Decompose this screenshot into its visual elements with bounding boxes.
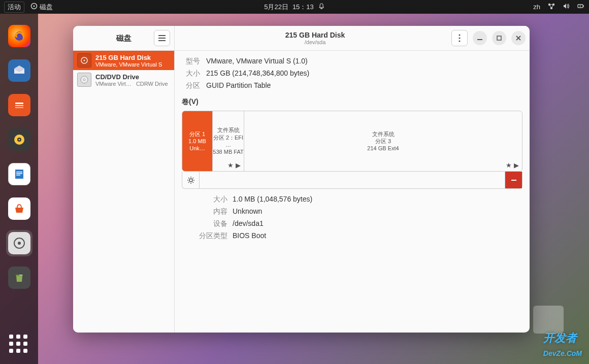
partitioning-label: 分区 [182, 81, 200, 90]
maximize-button[interactable] [492, 31, 506, 45]
app-indicator[interactable]: 磁盘 [30, 3, 53, 12]
svg-point-28 [459, 34, 460, 36]
desktop-home-folder[interactable] [533, 306, 564, 334]
time-label: 15：13 [292, 3, 314, 12]
dock-files[interactable] [6, 92, 32, 118]
clock[interactable]: 5月22日 15：13 [264, 3, 325, 12]
detail-device-value: /dev/sda1 [233, 219, 522, 228]
svg-rect-14 [15, 170, 23, 179]
window-title: 215 GB Hard Disk [179, 31, 451, 39]
watermark: 开发者 DevZe.CoM [543, 330, 582, 359]
svg-line-40 [188, 182, 189, 183]
svg-rect-42 [511, 180, 516, 181]
size-label: 大小 [182, 69, 200, 78]
drive-subtitle: VMware, VMware Virtual S [95, 61, 170, 68]
dock-firefox[interactable] [6, 23, 32, 49]
svg-rect-21 [158, 35, 166, 36]
notification-icon [318, 3, 325, 11]
star-icon: ★ [506, 161, 512, 169]
dock-thunderbird[interactable] [6, 57, 32, 84]
partition-label: 分区 1 [189, 130, 205, 138]
dock-software[interactable] [6, 195, 32, 222]
partition-size: 214 GB Ext4 [367, 145, 399, 152]
svg-rect-15 [16, 172, 22, 173]
header-bar: 215 GB Hard Disk /dev/sda [175, 26, 530, 51]
size-value: 215 GB (214,748,364,800 bytes) [206, 69, 522, 78]
detail-device-label: 设备 [191, 219, 227, 228]
detail-size-value: 1.0 MB (1,048,576 bytes) [233, 195, 522, 204]
svg-point-33 [189, 179, 192, 182]
svg-point-13 [18, 139, 20, 141]
dock [0, 14, 38, 364]
drive-hard-disk[interactable]: 215 GB Hard Disk VMware, VMware Virtual … [73, 51, 174, 70]
svg-rect-9 [15, 105, 23, 106]
star-icon: ★ [227, 161, 234, 169]
content: 型号 VMware, VMware Virtual S (1.0) 大小 215… [175, 51, 530, 333]
partition-3[interactable]: 文件系统 分区 3 214 GB Ext4 ★ ▶ [244, 111, 522, 171]
drive-name: CD/DVD Drive [95, 73, 170, 81]
partitioning-value: GUID Partition Table [206, 81, 522, 90]
detail-size-label: 大小 [191, 195, 227, 204]
svg-point-1 [34, 6, 35, 7]
network-icon[interactable] [547, 3, 555, 11]
app-indicator-label: 磁盘 [40, 3, 53, 12]
input-method-indicator[interactable]: zh [533, 3, 540, 11]
partition-map: 分区 1 1.0 MB Unk… 文件系统 分区 2：EFI … 538 MB … [182, 111, 522, 172]
drive-menu-button[interactable] [451, 30, 468, 46]
svg-rect-8 [15, 103, 23, 104]
hamburger-menu-button[interactable] [154, 30, 170, 46]
dock-show-applications[interactable] [9, 335, 29, 355]
svg-point-19 [18, 242, 21, 245]
delete-partition-button[interactable] [505, 172, 522, 188]
close-button[interactable] [511, 31, 526, 45]
svg-point-30 [459, 40, 460, 42]
battery-icon[interactable] [577, 3, 585, 11]
volume-toolbar [182, 172, 522, 189]
svg-rect-31 [477, 39, 482, 40]
svg-rect-16 [16, 173, 22, 174]
hard-disk-icon [77, 53, 91, 68]
sidebar-title: 磁盘 [116, 34, 132, 43]
volume-settings-button[interactable] [182, 172, 200, 188]
dock-libreoffice-writer[interactable] [6, 161, 32, 187]
play-icon: ▶ [514, 161, 519, 169]
sidebar-header: 磁盘 [73, 26, 174, 51]
date-label: 5月22日 [264, 3, 288, 12]
detail-content-label: 内容 [191, 207, 227, 216]
disks-window: 磁盘 215 GB Hard Disk VMware, VMware Virtu… [73, 26, 530, 333]
svg-line-38 [188, 178, 189, 179]
dock-trash[interactable] [6, 264, 32, 291]
window-subtitle: /dev/sda [179, 39, 451, 45]
play-icon: ▶ [236, 161, 241, 169]
model-value: VMware, VMware Virtual S (1.0) [206, 57, 522, 66]
detail-content-value: Unknown [233, 207, 522, 216]
svg-point-25 [84, 60, 85, 61]
svg-rect-32 [497, 36, 501, 40]
partition-fs: 文件系统 [372, 130, 395, 138]
minimize-button[interactable] [473, 31, 487, 45]
partition-1[interactable]: 分区 1 1.0 MB Unk… [182, 111, 213, 171]
drive-list: 215 GB Hard Disk VMware, VMware Virtual … [73, 51, 174, 89]
svg-rect-6 [583, 6, 584, 7]
partition-label: 分区 3 [375, 138, 391, 145]
top-bar: 活动 磁盘 5月22日 15：13 zh [0, 0, 589, 14]
partition-label: 分区 2：EFI … [213, 134, 244, 149]
partition-size: 538 MB FAT [213, 148, 243, 155]
svg-rect-17 [16, 175, 20, 176]
disks-icon [30, 3, 38, 11]
main-pane: 215 GB Hard Disk /dev/sda 型号 VMware, VMw… [175, 26, 530, 333]
drive-subtitle: VMware Virt… CDRW Drive [95, 81, 170, 87]
volumes-heading: 卷(V) [182, 97, 522, 107]
dock-rhythmbox[interactable] [6, 126, 32, 153]
partition-2[interactable]: 文件系统 分区 2：EFI … 538 MB FAT ★ ▶ [213, 111, 244, 171]
drive-cddvd[interactable]: CD/DVD Drive VMware Virt… CDRW Drive [73, 70, 174, 89]
volume-icon[interactable] [563, 3, 570, 11]
activities-button[interactable]: 活动 [4, 2, 24, 13]
svg-rect-23 [158, 40, 166, 41]
model-label: 型号 [182, 57, 200, 66]
svg-line-39 [192, 182, 193, 183]
detail-type-value: BIOS Boot [233, 231, 522, 241]
partition-fs: 文件系统 [217, 126, 240, 134]
svg-point-29 [459, 37, 460, 39]
dock-disks[interactable] [6, 230, 32, 256]
